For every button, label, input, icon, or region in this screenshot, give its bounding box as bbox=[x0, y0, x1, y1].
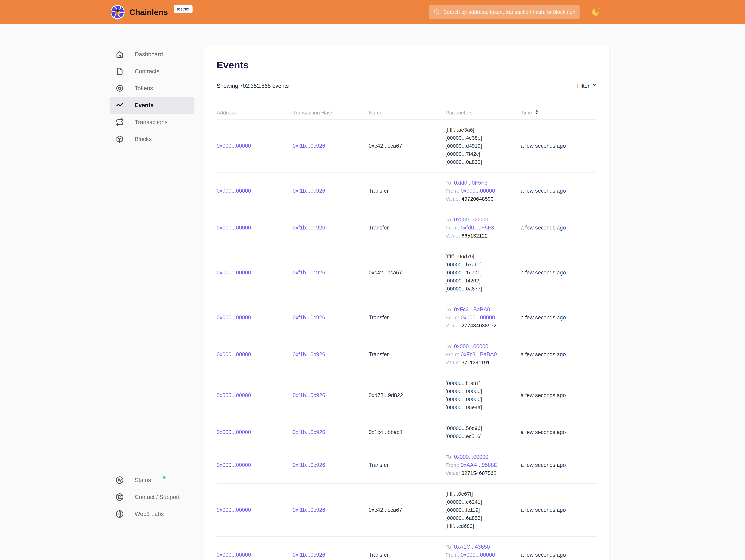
sort-arrows-icon[interactable] bbox=[535, 110, 539, 116]
parameter-label: From: bbox=[446, 225, 461, 230]
address-link[interactable]: 0x000...00000 bbox=[217, 225, 251, 231]
event-name: Transfer bbox=[369, 225, 446, 231]
transfer-to-link[interactable]: 0xA1C...43650 bbox=[454, 544, 490, 550]
transaction-hash-link[interactable]: 0xf1b...0c926 bbox=[293, 392, 325, 398]
transfer-to-link[interactable]: 0x000...00000 bbox=[454, 343, 488, 349]
network-badge: testnet bbox=[174, 5, 193, 13]
transfer-from-link[interactable]: 0x000...00000 bbox=[461, 314, 495, 320]
column-header-label: Parameters bbox=[446, 110, 473, 116]
address-link[interactable]: 0x000...00000 bbox=[217, 462, 251, 468]
transfer-from-link[interactable]: 0xFc3...BaBA0 bbox=[461, 351, 497, 357]
search-input[interactable] bbox=[443, 9, 575, 15]
event-parameters: To: 0xfd0...0F5F3From: 0x000...00000Valu… bbox=[446, 179, 521, 203]
transfer-to-link[interactable]: 0x000...00000 bbox=[454, 454, 488, 460]
sidebar-item-blocks[interactable]: Blocks bbox=[109, 130, 194, 148]
transfer-from-link[interactable]: 0xAAA...9588E bbox=[461, 462, 497, 468]
transaction-hash-link[interactable]: 0xf1b...0c926 bbox=[293, 462, 325, 468]
transfer-from-link[interactable]: 0x000...00000 bbox=[461, 552, 495, 558]
table-row: 0x000...000000xf1b...0c926TransferTo: 0x… bbox=[217, 336, 597, 373]
table-row: 0x000...000000xf1b...0c926TransferTo: 0x… bbox=[217, 173, 597, 209]
theme-toggle-button[interactable] bbox=[591, 6, 602, 18]
parameter-label: Value: bbox=[446, 470, 461, 476]
activity-icon bbox=[116, 101, 124, 110]
cube-icon bbox=[116, 135, 124, 143]
sidebar-item-contracts[interactable]: Contracts bbox=[109, 63, 194, 80]
table-row: 0x000...000000xf1b...0c9260xd78...9d822[… bbox=[217, 373, 597, 418]
support-icon bbox=[116, 493, 124, 501]
transaction-hash-link[interactable]: 0xf1b...0c926 bbox=[293, 188, 325, 194]
parameter-topic: [00000...7f42c] bbox=[446, 150, 521, 158]
status-icon bbox=[116, 476, 124, 484]
column-header-time[interactable]: Time bbox=[521, 110, 597, 116]
parameter-label: Value: bbox=[446, 360, 461, 365]
transaction-hash-link[interactable]: 0xf1b...0c926 bbox=[293, 225, 325, 231]
parameter-topic: [00000...ec516] bbox=[446, 432, 521, 440]
table-row: 0x000...000000xf1b...0c9260xc42...cca67[… bbox=[217, 120, 597, 173]
address-link[interactable]: 0x000...00000 bbox=[217, 270, 251, 276]
filter-button[interactable]: Filter bbox=[577, 83, 597, 89]
address-link[interactable]: 0x000...00000 bbox=[217, 188, 251, 194]
chainlens-logo-icon bbox=[110, 5, 125, 19]
transaction-hash-link[interactable]: 0xf1b...0c926 bbox=[293, 143, 325, 149]
column-header-label: Transaction Hash bbox=[293, 110, 333, 116]
address-link[interactable]: 0x000...00000 bbox=[217, 429, 251, 435]
event-name: 0xc42...cca67 bbox=[369, 507, 446, 513]
moon-icon bbox=[591, 15, 602, 18]
column-header-label: Address bbox=[217, 110, 236, 116]
event-time: a few seconds ago bbox=[521, 314, 597, 321]
sidebar-item-transactions[interactable]: Transactions bbox=[109, 114, 194, 130]
sidebar-item-tokens[interactable]: Tokens bbox=[109, 80, 194, 97]
token-icon bbox=[116, 84, 124, 92]
parameter-topic: [fffff...cd683] bbox=[446, 522, 521, 530]
address-link[interactable]: 0x000...00000 bbox=[217, 392, 251, 398]
transaction-hash-link[interactable]: 0xf1b...0c926 bbox=[293, 314, 325, 320]
app-header: Chainlens testnet bbox=[0, 0, 745, 24]
parameter-topic: [00000...6a855] bbox=[446, 514, 521, 522]
parameter-topic: [00000...f1981] bbox=[446, 379, 521, 387]
brand-name: Chainlens bbox=[129, 7, 168, 17]
table-row: 0x000...000000xf1b...0c9260xc42...cca67[… bbox=[217, 484, 597, 536]
address-link[interactable]: 0x000...00000 bbox=[217, 507, 251, 513]
event-name: 0x1c4...bbad1 bbox=[369, 429, 446, 435]
address-link[interactable]: 0x000...00000 bbox=[217, 552, 251, 558]
transfer-value: 3711341191 bbox=[461, 360, 490, 365]
parameter-label: To: bbox=[446, 307, 454, 312]
sidebar-item-label: Contracts bbox=[135, 68, 159, 74]
event-time: a few seconds ago bbox=[521, 429, 597, 435]
event-parameters: [00000...56d96][00000...ec516] bbox=[446, 424, 521, 440]
event-parameters: To: 0x000...00000From: 0xAAA...9588EValu… bbox=[446, 453, 521, 477]
transfer-to-link[interactable]: 0x000...00000 bbox=[454, 217, 488, 223]
transaction-hash-link[interactable]: 0xf1b...0c926 bbox=[293, 552, 325, 558]
search-bar[interactable] bbox=[429, 5, 580, 19]
transaction-hash-link[interactable]: 0xf1b...0c926 bbox=[293, 270, 325, 276]
transfer-value: 277434038972 bbox=[461, 323, 496, 329]
sidebar-item-contact-support[interactable]: Contact / Support bbox=[109, 489, 194, 505]
transfer-from-link[interactable]: 0x000...00000 bbox=[461, 188, 495, 194]
page: Chainlens testnet DashboardCon bbox=[0, 0, 745, 560]
transfer-to-link[interactable]: 0xFc3...BaBA0 bbox=[454, 306, 490, 312]
event-parameters: [fffff...0e67f][00000...e6241][00000...f… bbox=[446, 490, 521, 530]
transaction-hash-link[interactable]: 0xf1b...0c926 bbox=[293, 351, 325, 357]
address-link[interactable]: 0x000...00000 bbox=[217, 314, 251, 320]
transaction-hash-link[interactable]: 0xf1b...0c926 bbox=[293, 507, 325, 513]
event-parameters: To: 0xFc3...BaBA0From: 0x000...00000Valu… bbox=[446, 306, 521, 330]
sidebar-item-web3-labs[interactable]: Web3 Labs bbox=[109, 505, 194, 522]
transfer-from-link[interactable]: 0xfd0...0F5F3 bbox=[461, 225, 494, 231]
parameter-label: To: bbox=[446, 343, 454, 349]
parameter-topic: [00000...56d96] bbox=[446, 424, 521, 432]
address-link[interactable]: 0x000...00000 bbox=[217, 351, 251, 357]
transaction-hash-link[interactable]: 0xf1b...0c926 bbox=[293, 429, 325, 435]
brand[interactable]: Chainlens testnet bbox=[110, 0, 193, 24]
table-row: 0x000...000000xf1b...0c926TransferTo: 0x… bbox=[217, 299, 597, 336]
sidebar-item-events[interactable]: Events bbox=[109, 97, 194, 114]
sidebar-item-dashboard[interactable]: Dashboard bbox=[109, 46, 194, 63]
table-body: 0x000...000000xf1b...0c9260xc42...cca67[… bbox=[217, 120, 597, 560]
sidebar-item-status[interactable]: Status bbox=[109, 472, 194, 489]
home-icon bbox=[116, 50, 124, 59]
column-header-label: Name bbox=[369, 110, 383, 116]
address-link[interactable]: 0x000...00000 bbox=[217, 143, 251, 149]
sidebar-item-label: Blocks bbox=[135, 136, 152, 143]
parameter-topic: [fffff...0e67f] bbox=[446, 490, 521, 498]
event-name: Transfer bbox=[369, 314, 446, 321]
transfer-to-link[interactable]: 0xfd0...0F5F3 bbox=[454, 180, 487, 186]
